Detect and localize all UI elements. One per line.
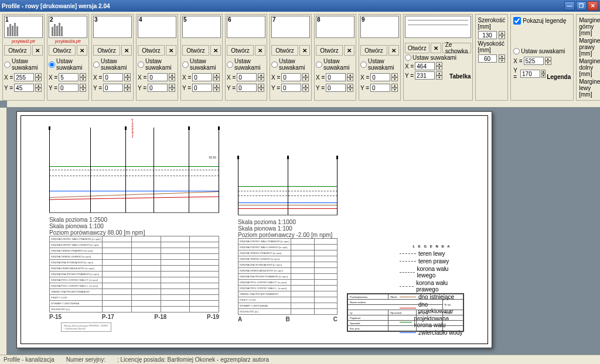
slot-y-spinner-7[interactable]: ▲▼ [302, 84, 309, 92]
slot-x-spinner-4[interactable]: ▲▼ [169, 73, 175, 81]
legend-y-input[interactable] [520, 70, 540, 78]
slot-y-input-2[interactable] [59, 84, 79, 92]
slot-radio-6[interactable] [227, 61, 233, 68]
slot-x-input-4[interactable] [148, 73, 168, 81]
slot-y-spinner-5[interactable]: ▲▼ [213, 84, 220, 92]
slot-y-spinner-3[interactable]: ▲▼ [124, 84, 131, 92]
table-y-spinner[interactable]: ▲▼ [436, 71, 442, 80]
slot-open-button-5[interactable]: Otwórz [182, 45, 209, 56]
slot-x-input-3[interactable] [103, 73, 123, 81]
slot-open-button-4[interactable]: Otwórz [138, 45, 165, 56]
slot-radio-2[interactable] [49, 61, 55, 68]
slot-clear-button-8[interactable]: ✕ [344, 45, 354, 56]
slot-clear-button-4[interactable]: ✕ [166, 45, 176, 56]
slot-radio-9[interactable] [360, 61, 367, 68]
slot-clear-button-7[interactable]: ✕ [299, 45, 310, 56]
slot-x-input-5[interactable] [192, 73, 212, 81]
slot-open-button-9[interactable]: Otwórz [360, 45, 387, 56]
slot-thumbnail-7[interactable]: 7 [271, 16, 310, 38]
slot-x-spinner-5[interactable]: ▲▼ [213, 73, 220, 81]
slot-radio-4[interactable] [138, 61, 144, 68]
slot-x-spinner-2[interactable]: ▲▼ [80, 73, 86, 81]
slot-clear-button-9[interactable]: ✕ [388, 45, 399, 56]
width-input[interactable] [478, 31, 497, 39]
width-spinner[interactable]: ▲▼ [499, 31, 505, 39]
slot-clear-button-6[interactable]: ✕ [255, 45, 265, 56]
slot-x-input-9[interactable] [370, 73, 390, 81]
slot-open-button-3[interactable]: Otwórz [93, 45, 120, 56]
page-preview[interactable]: przekrój kładki bet. 95.95 Ska [16, 111, 492, 348]
slot-y-input-7[interactable] [281, 84, 301, 92]
slot-x-input-2[interactable] [59, 73, 79, 81]
slot-open-button-2[interactable]: Otwórz [49, 45, 76, 56]
slot-thumbnail-5[interactable]: 5 [182, 16, 221, 38]
legend-x-spinner[interactable]: ▲▼ [545, 57, 551, 65]
slot-radio-1[interactable] [4, 61, 11, 68]
slot-y-spinner-2[interactable]: ▲▼ [80, 84, 86, 92]
slot-y-input-5[interactable] [192, 84, 212, 92]
slot-y-spinner-9[interactable]: ▲▼ [391, 84, 398, 92]
slot-y-input-1[interactable] [14, 84, 34, 92]
slot-x-input-8[interactable] [326, 73, 346, 81]
table-x-spinner[interactable]: ▲▼ [436, 62, 442, 70]
legend-set-sliders-radio[interactable] [513, 48, 520, 54]
slot-x-spinner-8[interactable]: ▲▼ [347, 73, 353, 81]
slot-radio-8[interactable] [316, 61, 322, 68]
close-button[interactable]: ✕ [588, 1, 598, 11]
table-panel-label: Tabelka [449, 73, 471, 80]
table-clipboard-button[interactable]: Ze schowka [442, 43, 471, 53]
slot-x-spinner-1[interactable]: ▲▼ [35, 73, 42, 81]
show-legend-checkbox[interactable] [513, 17, 521, 25]
slot-y-spinner-4[interactable]: ▲▼ [169, 84, 175, 92]
status-a: Profile - kanalizacja [4, 356, 54, 363]
slot-y-input-8[interactable] [326, 84, 346, 92]
minimize-button[interactable]: — [564, 1, 575, 11]
slot-6: 6 Otwórz ✕ Ustaw suwakami X =▲▼ Y =▲▼ [225, 14, 267, 101]
slot-x-input-6[interactable] [237, 73, 257, 81]
slot-radio-3[interactable] [93, 61, 100, 68]
slot-thumbnail-8[interactable]: 8 [316, 16, 354, 38]
slot-open-button-6[interactable]: Otwórz [227, 45, 254, 56]
slot-thumbnail-6[interactable]: 6 [227, 16, 265, 38]
slot-clear-button-2[interactable]: ✕ [77, 45, 87, 56]
slot-open-button-7[interactable]: Otwórz [271, 45, 298, 56]
slot-x-input-1[interactable] [14, 73, 34, 81]
height-spinner[interactable]: ▲▼ [499, 54, 505, 63]
slot-radio-5[interactable] [182, 61, 189, 68]
legend-y-spinner[interactable]: ▲▼ [541, 70, 546, 78]
table-thumbnail [405, 16, 471, 38]
slot-thumbnail-9[interactable]: 9 [360, 16, 399, 38]
slot-y-spinner-6[interactable]: ▲▼ [258, 84, 264, 92]
slot-thumbnail-3[interactable]: 3 [93, 16, 132, 38]
slot-clear-button-5[interactable]: ✕ [210, 45, 221, 56]
slot-x-spinner-3[interactable]: ▲▼ [124, 73, 131, 81]
slot-x-spinner-7[interactable]: ▲▼ [302, 73, 309, 81]
slot-y-spinner-8[interactable]: ▲▼ [347, 84, 353, 92]
slot-y-input-4[interactable] [148, 84, 168, 92]
slot-open-button-1[interactable]: Otwórz [4, 45, 31, 56]
table-set-sliders-radio[interactable] [405, 54, 411, 61]
legend-x-input[interactable] [524, 57, 544, 65]
slot-y-input-3[interactable] [103, 84, 123, 92]
slot-thumbnail-1[interactable]: 1 [4, 16, 43, 38]
slot-x-input-7[interactable] [281, 73, 301, 81]
slot-x-spinner-9[interactable]: ▲▼ [391, 73, 398, 81]
slot-y-input-6[interactable] [237, 84, 257, 92]
maximize-button[interactable]: ❐ [576, 1, 587, 11]
height-input[interactable] [478, 54, 497, 63]
table-y-input[interactable] [415, 71, 435, 80]
slot-x-spinner-6[interactable]: ▲▼ [258, 73, 264, 81]
table-open-button[interactable]: Otwórz [405, 43, 429, 53]
slot-clear-button-3[interactable]: ✕ [121, 45, 132, 56]
slot-y-input-9[interactable] [370, 84, 390, 92]
page-inner: przekrój kładki bet. 95.95 Ska [21, 115, 488, 344]
slot-thumbnail-2[interactable]: 2 [49, 16, 87, 38]
table-x-input[interactable] [415, 62, 435, 70]
slot-radio-7[interactable] [271, 61, 278, 68]
slot-clear-button-1[interactable]: ✕ [32, 45, 43, 56]
table-clear-button[interactable]: ✕ [431, 43, 441, 53]
preview-area[interactable]: przekrój kładki bet. 95.95 Ska [0, 101, 600, 355]
slot-thumbnail-4[interactable]: 4 [138, 16, 176, 38]
slot-y-spinner-1[interactable]: ▲▼ [35, 84, 42, 92]
slot-open-button-8[interactable]: Otwórz [316, 45, 343, 56]
